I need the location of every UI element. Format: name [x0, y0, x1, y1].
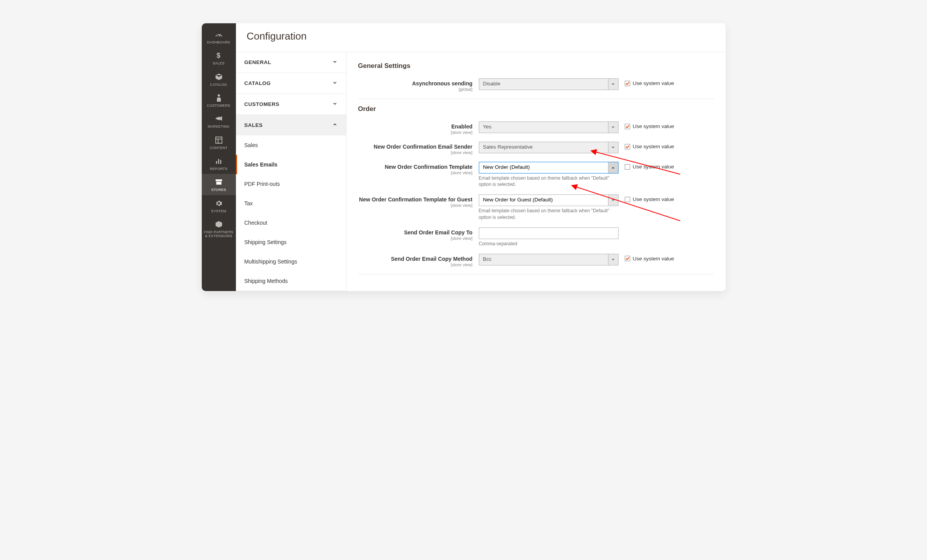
checkbox-icon	[625, 81, 630, 86]
layout-icon	[215, 136, 222, 144]
sub-checkout[interactable]: Checkout	[236, 213, 346, 232]
field-hint: Email template chosen based on theme fal…	[479, 208, 619, 220]
tab-sales[interactable]: SALES	[236, 115, 346, 135]
use-system-value[interactable]: Use system value	[625, 254, 674, 262]
sub-sales[interactable]: Sales	[236, 135, 346, 155]
use-system-value[interactable]: Use system value	[625, 162, 674, 170]
sub-sales-emails[interactable]: Sales Emails	[236, 155, 346, 174]
tab-label: SALES	[244, 122, 263, 128]
field-hint: Email template chosen based on theme fal…	[479, 175, 619, 187]
tab-customers[interactable]: CUSTOMERS	[236, 94, 346, 114]
use-system-value[interactable]: Use system value	[625, 142, 674, 149]
field-label: New Order Confirmation Email Sender	[374, 144, 472, 150]
main-area: Configuration GENERAL CATALOG	[236, 23, 726, 291]
caret-down-icon	[608, 142, 618, 153]
rail-label: DASHBOARD	[207, 40, 230, 44]
svg-text:$: $	[217, 52, 220, 59]
caret-down-icon	[608, 195, 618, 206]
use-system-value[interactable]: Use system value	[625, 121, 674, 129]
config-tabs: GENERAL CATALOG CUSTOMERS	[236, 52, 347, 291]
rail-label: STORES	[211, 188, 226, 192]
checkbox-icon	[625, 144, 630, 149]
dollar-icon: $	[216, 51, 222, 60]
chevron-down-icon	[332, 80, 338, 87]
rail-marketing[interactable]: MARKETING	[202, 111, 236, 132]
page-title: Configuration	[236, 23, 726, 52]
copy-to-input[interactable]	[479, 227, 619, 239]
field-label: New Order Confirmation Template	[385, 164, 472, 170]
field-scope: [store view]	[358, 130, 473, 135]
field-scope: [store view]	[358, 170, 473, 175]
sub-shipping-methods[interactable]: Shipping Methods	[236, 271, 346, 291]
svg-rect-7	[218, 159, 219, 164]
rail-label: CUSTOMERS	[207, 104, 230, 107]
svg-rect-3	[215, 137, 222, 143]
use-system-value[interactable]: Use system value	[625, 194, 674, 202]
rail-partners[interactable]: FIND PARTNERS & EXTENSIONS	[202, 216, 236, 241]
field-sender: New Order Confirmation Email Sender [sto…	[358, 142, 714, 155]
sub-multishipping[interactable]: Multishipping Settings	[236, 252, 346, 271]
rail-dashboard[interactable]: DASHBOARD	[202, 26, 236, 47]
divider	[358, 274, 714, 274]
content: GENERAL CATALOG CUSTOMERS	[236, 52, 726, 291]
field-label: Enabled	[451, 123, 472, 130]
tab-label: CATALOG	[244, 80, 271, 86]
field-scope: [store view]	[358, 236, 473, 241]
rail-system[interactable]: SYSTEM	[202, 195, 236, 216]
tab-catalog[interactable]: CATALOG	[236, 73, 346, 94]
checkbox-icon	[625, 256, 630, 261]
select-value: Yes	[479, 122, 608, 133]
copy-method-select[interactable]: Bcc	[479, 254, 619, 265]
caret-down-icon	[608, 122, 618, 133]
rail-catalog[interactable]: CATALOG	[202, 69, 236, 90]
tab-label: GENERAL	[244, 59, 272, 65]
sub-shipping-settings[interactable]: Shipping Settings	[236, 232, 346, 252]
field-scope: [global]	[358, 87, 473, 92]
app-window: DASHBOARD $ SALES CATALOG CUSTOMERS MARK…	[202, 23, 726, 291]
nav-rail: DASHBOARD $ SALES CATALOG CUSTOMERS MARK…	[202, 23, 236, 291]
svg-rect-6	[216, 161, 217, 164]
use-system-value[interactable]: Use system value	[625, 78, 674, 86]
template-select[interactable]: New Order (Default)	[479, 162, 619, 173]
svg-point-2	[218, 94, 220, 97]
enabled-select[interactable]: Yes	[479, 121, 619, 133]
field-scope: [store view]	[358, 150, 473, 155]
store-icon	[215, 178, 223, 186]
rail-reports[interactable]: REPORTS	[202, 153, 236, 174]
tab-label: CUSTOMERS	[244, 101, 280, 107]
field-template: New Order Confirmation Template [store v…	[358, 162, 714, 187]
box-icon	[215, 73, 223, 81]
sender-select[interactable]: Sales Representative	[479, 142, 619, 153]
select-value: Sales Representative	[479, 142, 608, 153]
puzzle-icon	[215, 220, 223, 229]
svg-rect-8	[220, 160, 221, 164]
rail-label: CONTENT	[210, 146, 228, 150]
megaphone-icon	[215, 114, 223, 123]
section-general-settings: General Settings	[358, 62, 714, 70]
tab-general[interactable]: GENERAL	[236, 52, 346, 73]
use-label: Use system value	[633, 256, 674, 262]
field-label: New Order Confirmation Template for Gues…	[359, 196, 472, 203]
rail-label: MARKETING	[208, 125, 229, 128]
caret-down-icon	[608, 79, 618, 90]
rail-label: SALES	[213, 61, 225, 65]
sub-pdf-printouts[interactable]: PDF Print-outs	[236, 174, 346, 194]
checkbox-icon	[625, 197, 630, 202]
select-value: Disable	[479, 79, 608, 90]
chevron-down-icon	[332, 101, 338, 107]
rail-stores[interactable]: STORES	[202, 174, 236, 195]
rail-label: REPORTS	[210, 167, 227, 171]
rail-content[interactable]: CONTENT	[202, 132, 236, 153]
rail-sales[interactable]: $ SALES	[202, 47, 236, 68]
select-value: Bcc	[479, 254, 608, 265]
field-copy-to: Send Order Email Copy To [store view] Co…	[358, 227, 714, 247]
sub-tax[interactable]: Tax	[236, 194, 346, 213]
async-select[interactable]: Disable	[479, 78, 619, 90]
field-scope: [store view]	[358, 262, 473, 267]
dashboard-icon	[215, 30, 223, 39]
template-guest-select[interactable]: New Order for Guest (Default)	[479, 194, 619, 206]
bar-chart-icon	[215, 157, 222, 165]
rail-customers[interactable]: CUSTOMERS	[202, 90, 236, 111]
rail-label: SYSTEM	[211, 209, 226, 213]
use-label: Use system value	[633, 123, 674, 129]
